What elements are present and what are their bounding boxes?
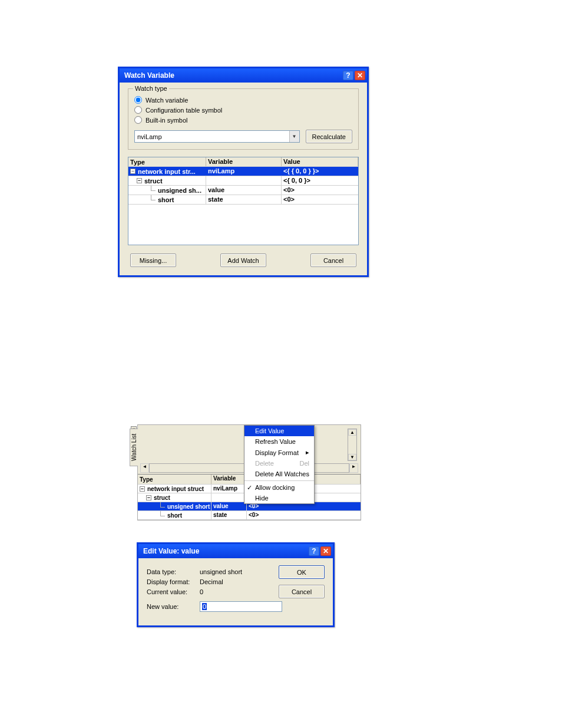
dialog-title: Edit Value: value [143,547,308,555]
table-row[interactable]: unsigned sh... value <0> [128,186,358,195]
label-data-type: Data type: [147,568,200,575]
new-value-text: 0 [202,603,207,610]
radio-watch-variable[interactable]: Watch variable [134,96,352,104]
variable-combo[interactable]: ▼ [134,130,300,143]
cell-type: unsigned sh... [158,187,201,194]
expander-icon[interactable]: − [137,178,142,183]
menu-label: Allow docking [255,484,295,491]
cell-value: <0> [247,511,361,519]
menu-refresh-value[interactable]: Refresh Value [244,436,314,447]
radio-builtin[interactable]: Built-in symbol [134,116,352,124]
variable-tree-table[interactable]: Type Variable Value −network input str..… [128,157,359,245]
cell-variable: state [206,195,282,204]
menu-separator [244,480,314,481]
add-watch-button[interactable]: Add Watch [220,253,266,267]
radio-input[interactable] [134,106,142,114]
header-type[interactable]: Type [140,476,153,483]
cell-type: short [158,196,174,203]
menu-label: Display Format [255,449,299,456]
tree-line-icon [151,186,156,191]
menu-allow-docking[interactable]: Allow docking [244,482,314,493]
close-button[interactable]: ✕ [320,546,331,556]
tree-line-icon [160,502,165,508]
menu-label: Edit Value [255,427,284,434]
cell-value: <{ 0, 0 }> [282,176,358,185]
label-current-value: Current value: [147,588,200,595]
cell-type: short [167,512,182,519]
menu-label: Delete [255,460,274,467]
menu-display-format[interactable]: Display Format▸ [244,447,314,458]
cell-variable [211,493,247,502]
header-type[interactable]: Type [128,157,206,166]
cell-variable: nviLamp [208,167,234,174]
titlebar[interactable]: Watch Variable ? ✕ [120,68,367,83]
submenu-arrow-icon: ▸ [306,449,309,456]
ok-button[interactable]: OK [279,565,325,579]
scroll-down-icon[interactable]: ▼ [348,454,356,460]
close-button[interactable]: ✕ [355,71,365,80]
header-variable[interactable]: Variable [206,157,282,166]
context-menu: Edit Value Refresh Value Display Format▸… [244,425,315,504]
cancel-button[interactable]: Cancel [279,585,325,598]
expander-icon[interactable]: − [146,495,151,500]
radio-label: Built-in symbol [146,117,188,124]
radio-input[interactable] [134,116,142,124]
expander-icon[interactable]: − [140,486,145,492]
menu-label: Delete All Watches [255,470,309,477]
radio-label: Configuration table symbol [146,107,222,114]
cell-type: unsigned short [167,503,210,510]
table-row[interactable]: −struct <{ 0, 0 }> [128,176,358,186]
menu-edit-value[interactable]: Edit Value [244,426,314,436]
cell-variable: nviLamp [211,485,247,493]
watch-list-panel: × □ Watch List Edit Value Refresh Value … [137,424,361,521]
help-button[interactable]: ? [309,546,319,556]
table-header-row: Type Variable Value [128,157,358,167]
header-value[interactable]: Value [282,157,358,166]
watch-type-group: Watch type Watch variable Configuration … [128,88,359,150]
scroll-left-icon[interactable]: ◄ [140,463,149,473]
menu-delete: DeleteDel [244,458,314,469]
watch-list-tab[interactable]: Watch List [130,429,138,466]
radio-input[interactable] [134,96,142,104]
radio-config-table[interactable]: Configuration table symbol [134,106,352,114]
scroll-up-icon[interactable]: ▲ [348,429,356,436]
tree-line-icon [160,511,165,516]
table-row[interactable]: short state <0> [138,511,361,520]
table-row[interactable]: −network input str... nviLamp <{ { 0, 0 … [128,167,358,176]
watch-variable-dialog: Watch Variable ? ✕ Watch type Watch vari… [118,67,369,277]
cell-value: <{ { 0, 0 } }> [283,167,319,174]
variable-combo-input[interactable] [135,131,289,142]
label-display-format: Display format: [147,578,200,585]
cancel-button[interactable]: Cancel [310,253,356,267]
menu-label: Refresh Value [255,438,296,445]
cell-variable: value [213,503,229,509]
cell-variable: value [206,186,282,195]
header-variable[interactable]: Variable [213,475,236,482]
recalculate-button[interactable]: Recalculate [306,130,352,143]
tree-line-icon [151,195,156,200]
label-new-value: New value: [147,603,200,610]
cell-variable [206,176,282,185]
radio-label: Watch variable [146,97,188,104]
cell-type: network input str... [138,168,196,175]
cell-type: network input struct [147,486,204,492]
menu-label: Hide [255,495,269,502]
dialog-title: Watch Variable [124,71,342,80]
cell-value: <0> [282,186,358,195]
combo-dropdown-button[interactable]: ▼ [289,131,299,142]
cell-variable: state [211,511,247,519]
table-row[interactable]: short state <0> [128,195,358,205]
cell-type: struct [154,495,170,501]
group-legend: Watch type [133,85,169,92]
cell-type: struct [144,177,163,185]
scroll-right-icon[interactable]: ► [349,463,358,473]
new-value-input[interactable]: 0 [200,601,282,612]
menu-delete-all[interactable]: Delete All Watches [244,469,314,479]
missing-button[interactable]: Missing... [130,253,176,267]
edit-value-dialog: Edit Value: value ? ✕ OK Cancel Data typ… [137,542,335,627]
menu-hide[interactable]: Hide [244,493,314,503]
titlebar[interactable]: Edit Value: value ? ✕ [138,544,333,558]
expander-icon[interactable]: − [130,169,135,174]
vertical-scrollbar[interactable]: ▲ ▼ [348,429,357,461]
help-button[interactable]: ? [343,71,353,80]
